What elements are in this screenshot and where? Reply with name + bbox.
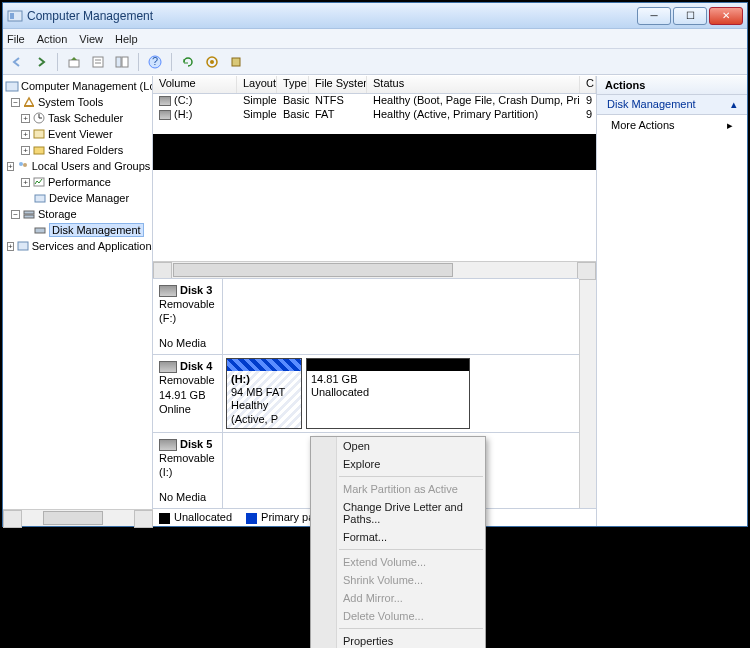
context-menu: Open Explore Mark Partition as Active Ch… [310,436,486,648]
svg-rect-25 [24,215,34,218]
volume-icon [159,96,171,106]
tree-services[interactable]: +Services and Applications [3,238,152,254]
ctx-open[interactable]: Open [311,437,485,455]
ctx-properties[interactable]: Properties [311,632,485,648]
collapse-icon[interactable]: − [11,98,20,107]
disk-header: Disk 3 Removable (F:) No Media [153,279,223,354]
expand-icon[interactable]: + [21,178,30,187]
tree-scrollbar[interactable] [3,509,153,526]
tree-local-users[interactable]: +Local Users and Groups [3,158,152,174]
partition-h[interactable]: (H:) 94 MB FAT Healthy (Active, P [226,358,302,429]
disk-row-4[interactable]: Disk 4 Removable 14.91 GB Online (H:) 94… [153,355,579,433]
titlebar[interactable]: Computer Management ─ ☐ ✕ [3,3,747,29]
tree-system-tools[interactable]: −System Tools [3,94,152,110]
svg-rect-26 [35,228,45,233]
tree-performance[interactable]: +Performance [3,174,152,190]
maximize-button[interactable]: ☐ [673,7,707,25]
tree-task-scheduler[interactable]: +Task Scheduler [3,110,152,126]
ctx-mark-active: Mark Partition as Active [311,480,485,498]
col-type[interactable]: Type [277,76,309,93]
disk-header: Disk 5 Removable (I:) No Media [153,433,223,508]
collapse-icon[interactable]: − [11,210,20,219]
ctx-extend-volume: Extend Volume... [311,553,485,571]
svg-rect-6 [116,57,121,67]
graphical-scrollbar[interactable] [579,278,596,508]
ctx-format[interactable]: Format... [311,528,485,546]
disk-icon [159,361,177,373]
volume-row[interactable]: (C:) Simple Basic NTFS Healthy (Boot, Pa… [153,94,596,108]
settings-button[interactable] [226,52,246,72]
volume-list-scrollbar[interactable] [153,261,596,278]
disk-header: Disk 4 Removable 14.91 GB Online [153,355,223,432]
rescan-button[interactable] [202,52,222,72]
tree-disk-management[interactable]: Disk Management [3,222,152,238]
help-button[interactable]: ? [145,52,165,72]
col-status[interactable]: Status [367,76,580,93]
chevron-right-icon: ▸ [727,119,733,132]
actions-section[interactable]: Disk Management ▴ [597,95,747,115]
partition-unallocated[interactable]: 14.81 GB Unallocated [306,358,470,429]
col-capacity[interactable]: C [580,76,596,93]
svg-rect-24 [24,211,34,214]
volume-icon [159,110,171,120]
tree-root[interactable]: Computer Management (Local [3,78,152,94]
toolbar: ? [3,49,747,75]
show-hide-tree-button[interactable] [112,52,132,72]
minimize-button[interactable]: ─ [637,7,671,25]
col-layout[interactable]: Layout [237,76,277,93]
svg-rect-1 [10,13,14,19]
tree-device-manager[interactable]: Device Manager [3,190,152,206]
expand-icon[interactable]: + [21,130,30,139]
expand-icon[interactable]: + [7,242,14,251]
svg-rect-12 [232,58,240,66]
svg-point-20 [19,162,23,166]
chevron-up-icon: ▴ [731,98,737,111]
menu-file[interactable]: File [7,33,25,45]
disk-row-3[interactable]: Disk 3 Removable (F:) No Media [153,279,579,355]
ctx-explore[interactable]: Explore [311,455,485,473]
col-volume[interactable]: Volume [153,76,237,93]
menu-action[interactable]: Action [37,33,68,45]
forward-button[interactable] [31,52,51,72]
svg-rect-18 [34,130,44,138]
svg-rect-2 [69,60,79,67]
close-button[interactable]: ✕ [709,7,743,25]
volume-list-header[interactable]: Volume Layout Type File System Status C [153,76,596,94]
expand-icon[interactable]: + [21,146,30,155]
expand-icon[interactable]: + [7,162,14,171]
svg-rect-22 [34,178,44,186]
actions-header: Actions [597,76,747,95]
menubar: File Action View Help [3,29,747,49]
volume-row[interactable]: (H:) Simple Basic FAT Healthy (Active, P… [153,108,596,122]
col-filesystem[interactable]: File System [309,76,367,93]
expand-icon[interactable]: + [21,114,30,123]
ctx-shrink-volume: Shrink Volume... [311,571,485,589]
navigation-tree[interactable]: Computer Management (Local −System Tools… [3,76,153,509]
svg-rect-7 [122,57,128,67]
actions-more[interactable]: More Actions ▸ [597,115,747,136]
svg-point-21 [23,163,27,167]
legend-swatch-unallocated [159,513,170,524]
disk-icon [159,439,177,451]
properties-button[interactable] [88,52,108,72]
menu-help[interactable]: Help [115,33,138,45]
redacted-rows [153,134,596,170]
svg-text:?: ? [152,55,158,67]
up-button[interactable] [64,52,84,72]
ctx-change-drive-letter[interactable]: Change Drive Letter and Paths... [311,498,485,528]
refresh-button[interactable] [178,52,198,72]
back-button[interactable] [7,52,27,72]
menu-view[interactable]: View [79,33,103,45]
volume-list[interactable]: (C:) Simple Basic NTFS Healthy (Boot, Pa… [153,94,596,134]
tree-shared-folders[interactable]: +Shared Folders [3,142,152,158]
app-icon [7,8,23,24]
disk-icon [159,285,177,297]
legend-swatch-primary [246,513,257,524]
actions-pane: Actions Disk Management ▴ More Actions ▸ [597,76,747,526]
svg-rect-14 [24,105,34,107]
svg-rect-13 [6,82,18,91]
tree-storage[interactable]: −Storage [3,206,152,222]
svg-rect-19 [34,147,44,154]
tree-event-viewer[interactable]: +Event Viewer [3,126,152,142]
svg-rect-23 [35,195,45,202]
